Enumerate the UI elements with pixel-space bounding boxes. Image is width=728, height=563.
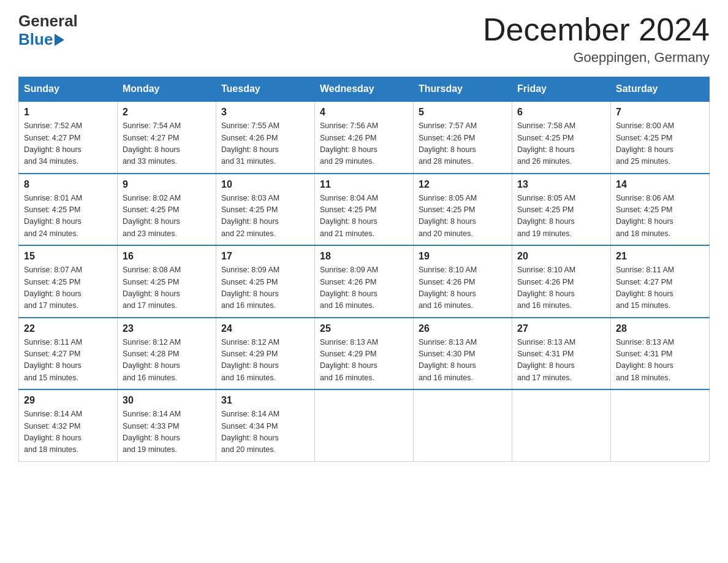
day-number: 12 <box>419 179 507 190</box>
calendar-cell: 4 Sunrise: 7:56 AMSunset: 4:26 PMDayligh… <box>315 101 414 174</box>
calendar-cell: 20 Sunrise: 8:10 AMSunset: 4:26 PMDaylig… <box>512 245 611 318</box>
calendar-cell <box>414 389 512 461</box>
calendar-cell <box>315 389 414 461</box>
day-number: 10 <box>221 179 309 190</box>
day-info: Sunrise: 8:11 AMSunset: 4:27 PMDaylight:… <box>616 266 674 310</box>
day-info: Sunrise: 8:11 AMSunset: 4:27 PMDaylight:… <box>24 338 82 382</box>
calendar-cell: 28 Sunrise: 8:13 AMSunset: 4:31 PMDaylig… <box>611 318 710 390</box>
day-number: 8 <box>24 179 112 190</box>
calendar-cell: 13 Sunrise: 8:05 AMSunset: 4:25 PMDaylig… <box>512 174 611 246</box>
day-info: Sunrise: 7:55 AMSunset: 4:26 PMDaylight:… <box>221 121 279 166</box>
day-number: 14 <box>616 179 704 190</box>
calendar-week-row: 15 Sunrise: 8:07 AMSunset: 4:25 PMDaylig… <box>19 245 710 318</box>
calendar-cell: 18 Sunrise: 8:09 AMSunset: 4:26 PMDaylig… <box>315 245 414 318</box>
day-info: Sunrise: 8:05 AMSunset: 4:25 PMDaylight:… <box>419 194 477 238</box>
header-friday: Friday <box>512 77 611 102</box>
day-number: 20 <box>517 251 605 262</box>
day-info: Sunrise: 8:10 AMSunset: 4:26 PMDaylight:… <box>419 266 477 310</box>
calendar-cell: 11 Sunrise: 8:04 AMSunset: 4:25 PMDaylig… <box>315 174 414 246</box>
calendar-cell <box>611 389 710 461</box>
day-info: Sunrise: 8:14 AMSunset: 4:32 PMDaylight:… <box>24 410 82 454</box>
calendar-cell: 3 Sunrise: 7:55 AMSunset: 4:26 PMDayligh… <box>216 101 315 174</box>
day-number: 19 <box>419 251 507 262</box>
day-info: Sunrise: 8:12 AMSunset: 4:28 PMDaylight:… <box>123 338 181 382</box>
day-info: Sunrise: 8:07 AMSunset: 4:25 PMDaylight:… <box>24 266 82 310</box>
month-title: December 2024 <box>483 12 710 47</box>
calendar-cell: 5 Sunrise: 7:57 AMSunset: 4:26 PMDayligh… <box>414 101 512 174</box>
day-number: 15 <box>24 251 112 262</box>
day-info: Sunrise: 8:12 AMSunset: 4:29 PMDaylight:… <box>221 338 279 382</box>
location: Goeppingen, Germany <box>483 50 710 66</box>
calendar-cell: 12 Sunrise: 8:05 AMSunset: 4:25 PMDaylig… <box>414 174 512 246</box>
day-info: Sunrise: 7:52 AMSunset: 4:27 PMDaylight:… <box>24 121 82 166</box>
calendar-cell: 10 Sunrise: 8:03 AMSunset: 4:25 PMDaylig… <box>216 174 315 246</box>
day-header-row: Sunday Monday Tuesday Wednesday Thursday… <box>19 77 710 102</box>
day-number: 27 <box>517 323 605 334</box>
calendar-cell: 7 Sunrise: 8:00 AMSunset: 4:25 PMDayligh… <box>611 101 710 174</box>
day-number: 17 <box>221 251 309 262</box>
day-number: 22 <box>24 323 112 334</box>
day-info: Sunrise: 8:10 AMSunset: 4:26 PMDaylight:… <box>517 266 575 310</box>
day-number: 18 <box>320 251 408 262</box>
logo: General Blue <box>18 12 78 49</box>
calendar-cell: 25 Sunrise: 8:13 AMSunset: 4:29 PMDaylig… <box>315 318 414 390</box>
header-sunday: Sunday <box>19 77 118 102</box>
day-number: 13 <box>517 179 605 190</box>
day-number: 28 <box>616 323 704 334</box>
calendar-week-row: 1 Sunrise: 7:52 AMSunset: 4:27 PMDayligh… <box>19 101 710 174</box>
logo-arrow-icon <box>55 34 64 46</box>
title-section: December 2024 Goeppingen, Germany <box>483 12 710 66</box>
day-number: 30 <box>123 395 211 406</box>
day-number: 25 <box>320 323 408 334</box>
day-number: 23 <box>123 323 211 334</box>
calendar-week-row: 8 Sunrise: 8:01 AMSunset: 4:25 PMDayligh… <box>19 174 710 246</box>
day-number: 21 <box>616 251 704 262</box>
day-info: Sunrise: 8:08 AMSunset: 4:25 PMDaylight:… <box>123 266 181 310</box>
day-number: 16 <box>123 251 211 262</box>
page-header: General Blue December 2024 Goeppingen, G… <box>18 12 710 66</box>
day-info: Sunrise: 8:04 AMSunset: 4:25 PMDaylight:… <box>320 194 378 238</box>
header-tuesday: Tuesday <box>216 77 315 102</box>
header-saturday: Saturday <box>611 77 710 102</box>
day-info: Sunrise: 8:06 AMSunset: 4:25 PMDaylight:… <box>616 194 674 238</box>
calendar-body: 1 Sunrise: 7:52 AMSunset: 4:27 PMDayligh… <box>19 101 710 461</box>
calendar-cell: 6 Sunrise: 7:58 AMSunset: 4:25 PMDayligh… <box>512 101 611 174</box>
calendar-week-row: 22 Sunrise: 8:11 AMSunset: 4:27 PMDaylig… <box>19 318 710 390</box>
day-number: 5 <box>419 107 507 118</box>
day-number: 29 <box>24 395 112 406</box>
header-wednesday: Wednesday <box>315 77 414 102</box>
calendar-cell: 31 Sunrise: 8:14 AMSunset: 4:34 PMDaylig… <box>216 389 315 461</box>
day-info: Sunrise: 8:01 AMSunset: 4:25 PMDaylight:… <box>24 194 82 238</box>
calendar-cell: 24 Sunrise: 8:12 AMSunset: 4:29 PMDaylig… <box>216 318 315 390</box>
day-info: Sunrise: 8:05 AMSunset: 4:25 PMDaylight:… <box>517 194 575 238</box>
calendar-header: Sunday Monday Tuesday Wednesday Thursday… <box>19 77 710 102</box>
day-info: Sunrise: 7:57 AMSunset: 4:26 PMDaylight:… <box>419 121 477 166</box>
day-info: Sunrise: 8:13 AMSunset: 4:29 PMDaylight:… <box>320 338 378 382</box>
day-number: 26 <box>419 323 507 334</box>
calendar-cell <box>512 389 611 461</box>
calendar-table: Sunday Monday Tuesday Wednesday Thursday… <box>18 77 710 462</box>
day-number: 9 <box>123 179 211 190</box>
day-number: 6 <box>517 107 605 118</box>
header-thursday: Thursday <box>414 77 512 102</box>
day-number: 4 <box>320 107 408 118</box>
day-info: Sunrise: 8:13 AMSunset: 4:31 PMDaylight:… <box>517 338 575 382</box>
day-number: 2 <box>123 107 211 118</box>
logo-general: General <box>18 12 78 31</box>
calendar-cell: 15 Sunrise: 8:07 AMSunset: 4:25 PMDaylig… <box>19 245 118 318</box>
day-info: Sunrise: 8:02 AMSunset: 4:25 PMDaylight:… <box>123 194 181 238</box>
day-info: Sunrise: 8:14 AMSunset: 4:33 PMDaylight:… <box>123 410 181 454</box>
calendar-cell: 30 Sunrise: 8:14 AMSunset: 4:33 PMDaylig… <box>118 389 216 461</box>
calendar-cell: 21 Sunrise: 8:11 AMSunset: 4:27 PMDaylig… <box>611 245 710 318</box>
calendar-cell: 23 Sunrise: 8:12 AMSunset: 4:28 PMDaylig… <box>118 318 216 390</box>
day-info: Sunrise: 7:58 AMSunset: 4:25 PMDaylight:… <box>517 121 575 166</box>
day-info: Sunrise: 8:09 AMSunset: 4:25 PMDaylight:… <box>221 266 279 310</box>
calendar-cell: 27 Sunrise: 8:13 AMSunset: 4:31 PMDaylig… <box>512 318 611 390</box>
calendar-cell: 26 Sunrise: 8:13 AMSunset: 4:30 PMDaylig… <box>414 318 512 390</box>
calendar-cell: 17 Sunrise: 8:09 AMSunset: 4:25 PMDaylig… <box>216 245 315 318</box>
calendar-week-row: 29 Sunrise: 8:14 AMSunset: 4:32 PMDaylig… <box>19 389 710 461</box>
calendar-cell: 29 Sunrise: 8:14 AMSunset: 4:32 PMDaylig… <box>19 389 118 461</box>
calendar-cell: 16 Sunrise: 8:08 AMSunset: 4:25 PMDaylig… <box>118 245 216 318</box>
day-info: Sunrise: 8:09 AMSunset: 4:26 PMDaylight:… <box>320 266 378 310</box>
header-monday: Monday <box>118 77 216 102</box>
